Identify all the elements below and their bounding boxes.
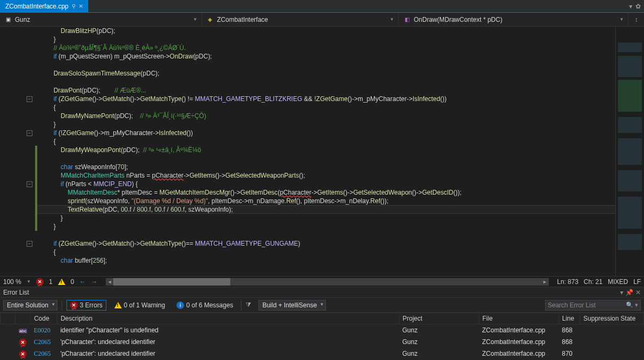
error-count-icon[interactable]: ✕ <box>36 278 44 286</box>
method-icon: ◧ <box>403 16 411 23</box>
warning-icon <box>114 302 122 308</box>
error-row[interactable]: ✕C2065'pCharacter': undeclared identifie… <box>1 336 644 348</box>
col-line[interactable]: Line <box>559 313 580 324</box>
code-line[interactable]: DrawPont(pDC); // ÆùÆ®... <box>39 86 615 95</box>
error-icon: ✕ <box>70 302 78 309</box>
code-line[interactable]: sprintf(szWeaponInfo, "(Damage %d / Dela… <box>39 197 615 205</box>
chevron-down-icon[interactable]: ▼ <box>193 17 197 22</box>
horizontal-scrollbar[interactable]: ◄ ► <box>106 278 548 286</box>
code-line[interactable]: char buffer[256]; <box>39 256 615 265</box>
code-line[interactable]: DrawMyNamePont(pDC); // ³» Ä³¯ÅÍ¸í(·¹º§Æ… <box>39 112 615 120</box>
error-grid[interactable]: Code Description Project File Line Suppr… <box>0 312 644 360</box>
code-line[interactable]: } <box>39 35 615 44</box>
code-line[interactable]: } <box>39 222 615 231</box>
fold-toggle[interactable]: − <box>27 241 32 247</box>
split-button[interactable]: ↕ <box>628 13 644 26</box>
pin-panel-icon[interactable]: 📌 <box>625 289 633 296</box>
breakpoint-gutter[interactable] <box>0 27 23 276</box>
code-line[interactable]: { <box>39 137 615 146</box>
error-row[interactable]: ✕C2065'pCharacter': undeclared identifie… <box>1 348 644 359</box>
code-line[interactable] <box>39 78 615 86</box>
document-tabs: ZCombatInterface.cpp ⚲ ✕ ▾ ✿ <box>0 0 644 13</box>
scrollbar-thumb[interactable] <box>113 278 230 286</box>
code-line[interactable]: if (nParts < MMCIP_END) { <box>39 180 615 188</box>
warning-count-icon[interactable] <box>58 279 65 285</box>
error-icon: ✕ <box>19 350 27 358</box>
panel-menu-icon[interactable]: ▾ <box>620 289 623 296</box>
filter-icon[interactable]: ⧩ <box>246 301 254 309</box>
active-tab[interactable]: ZCombatInterface.cpp ⚲ ✕ <box>0 0 88 12</box>
scroll-right-icon[interactable]: ► <box>541 278 549 286</box>
scope-class[interactable]: ◆ ZCombatInterface ▼ <box>202 13 399 26</box>
error-row[interactable]: abcE0020identifier "pCharacter" is undef… <box>1 324 644 337</box>
code-line[interactable]: if (m_pQuestScreen) m_pQuestScreen->OnDr… <box>39 52 615 61</box>
fold-toggle[interactable]: − <box>27 181 32 187</box>
code-line[interactable] <box>39 154 615 163</box>
code-line[interactable]: DrawSoloSpawnTimeMessage(pDC); <box>39 69 615 78</box>
error-list-header: Error List ▾ 📌 ✕ <box>0 287 644 297</box>
nav-back-icon[interactable]: ← <box>79 278 86 286</box>
search-icon[interactable]: 🔍 ▾ <box>626 302 638 308</box>
scroll-left-icon[interactable]: ◄ <box>106 278 113 286</box>
overflow-icon[interactable]: ▾ <box>629 3 632 10</box>
minimap-scrollbar[interactable] <box>615 27 644 276</box>
code-editor[interactable]: −−−− DrawBlitzHP(pDC); } // Äù¾º®˚ðµåÎ¶§… <box>0 27 644 276</box>
col-code[interactable]: Code <box>30 313 57 324</box>
col-project[interactable]: Project <box>399 313 479 324</box>
close-icon[interactable]: ✕ <box>79 3 83 9</box>
chevron-down-icon[interactable]: ▼ <box>390 17 394 22</box>
col-suppression[interactable]: Suppression State <box>580 313 644 324</box>
warnings-filter[interactable]: 0 of 1 Warning <box>111 300 169 311</box>
code-line[interactable] <box>39 61 615 69</box>
messages-filter[interactable]: i 0 of 6 Messages <box>173 300 237 311</box>
close-panel-icon[interactable]: ✕ <box>635 289 641 296</box>
code-line[interactable] <box>39 231 615 239</box>
scope-class-label: ZCombatInterface <box>217 16 268 23</box>
fold-toggle[interactable]: − <box>27 96 32 102</box>
info-icon: i <box>177 302 184 309</box>
editor-status-bar: 100 % ▼ ✕1 0 ← → ◄ ► Ln: 873 Ch: 21 MIXE… <box>0 276 644 287</box>
error-list-title: Error List <box>3 289 29 296</box>
line-endings[interactable]: MIXED <box>608 278 628 286</box>
scope-method[interactable]: ◧ OnDraw(MDrawContext * pDC) ▼ <box>399 13 628 26</box>
code-line[interactable]: } <box>39 214 615 222</box>
col-file[interactable]: File <box>479 313 559 324</box>
code-line[interactable]: MMatchCharItemParts nParts = pCharacter-… <box>39 171 615 180</box>
zoom-chevron-icon[interactable]: ▼ <box>27 279 31 284</box>
nav-bar: ▣ Gunz ▼ ◆ ZCombatInterface ▼ ◧ OnDraw(M… <box>0 13 644 27</box>
code-line[interactable]: { <box>39 248 615 256</box>
code-line[interactable]: MMatchItemDesc* pItemDesc = MGetMatchIte… <box>39 188 615 197</box>
scope-method-label: OnDraw(MDrawContext * pDC) <box>414 16 503 23</box>
col-description[interactable]: Description <box>57 313 399 324</box>
project-icon: ▣ <box>4 16 12 23</box>
code-line[interactable]: if (!ZGetGame()->m_pMyCharacter->IsInfec… <box>39 129 615 137</box>
class-icon: ◆ <box>206 16 214 23</box>
intellisense-icon: abc <box>19 329 28 333</box>
code-line[interactable]: if (ZGetGame()->GetMatch()->GetMatchType… <box>39 239 615 248</box>
errors-filter[interactable]: ✕ 3 Errors <box>66 300 106 311</box>
caret-line: Ln: 873 <box>557 278 579 286</box>
zoom-level[interactable]: 100 % <box>3 278 21 286</box>
code-line[interactable]: // Äù¾º®˚ðµåÎ¶§´Â Äù¾º®® È¸éÀ» º¸¿©ÁØ´Ù. <box>39 44 615 52</box>
code-line[interactable]: { <box>39 103 615 112</box>
code-line[interactable]: TextRelative(pDC, 00.f / 800.f, 00.f / 6… <box>39 205 615 214</box>
scope-project[interactable]: ▣ Gunz ▼ <box>0 13 202 26</box>
code-surface[interactable]: DrawBlitzHP(pDC); } // Äù¾º®˚ðµåÎ¶§´Â Äù… <box>37 27 615 276</box>
code-line[interactable]: } <box>39 120 615 129</box>
code-line[interactable]: if (ZGetGame()->GetMatch()->GetMatchType… <box>39 95 615 103</box>
window-settings-icon[interactable]: ✿ <box>635 3 641 10</box>
code-line[interactable]: DrawMyWeaponPont(pDC); // ³» ¹«±â¸í, Åº¾… <box>39 146 615 154</box>
pin-icon[interactable]: ⚲ <box>72 3 76 9</box>
scope-combo[interactable]: Entire Solution <box>3 300 57 311</box>
source-combo[interactable]: Build + IntelliSense <box>258 300 325 311</box>
scope-project-label: Gunz <box>15 16 30 23</box>
tab-title: ZCombatInterface.cpp <box>5 3 69 10</box>
encoding[interactable]: LF <box>633 278 641 286</box>
code-line[interactable]: char szWeaponInfo[70]; <box>39 163 615 171</box>
code-line[interactable]: DrawBlitzHP(pDC); <box>39 27 615 35</box>
fold-gutter[interactable]: −−−− <box>23 27 34 276</box>
fold-toggle[interactable]: − <box>27 130 32 136</box>
chevron-down-icon[interactable]: ▼ <box>620 17 624 22</box>
search-error-list[interactable]: Search Error List 🔍 ▾ <box>545 300 641 311</box>
nav-fwd-icon[interactable]: → <box>91 278 97 286</box>
